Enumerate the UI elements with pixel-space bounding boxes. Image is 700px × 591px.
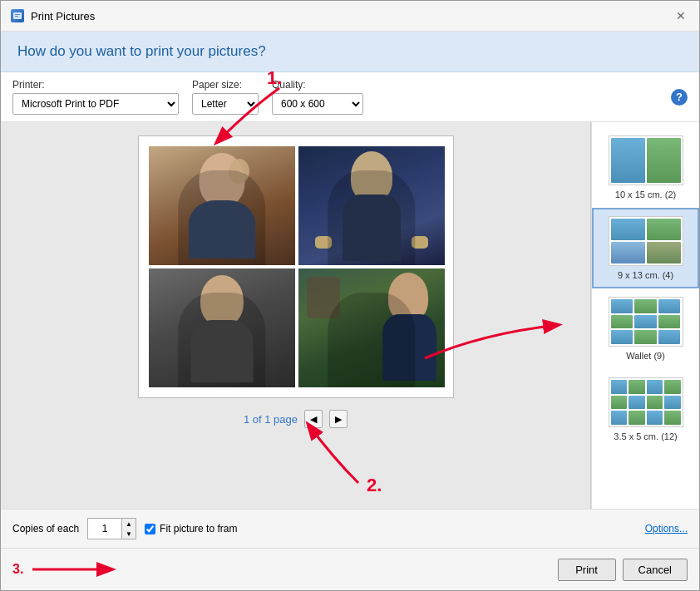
layout-sidebar: 10 x 15 cm. (2) 9 x 13 cm. (4): [591, 122, 699, 509]
thumb-cell: [629, 411, 645, 425]
thumb-cell: [647, 242, 681, 263]
layout-wallet[interactable]: Wallet (9): [592, 288, 699, 369]
layout-9x13[interactable]: 9 x 13 cm. (4): [592, 208, 699, 288]
photo-cell-1: [149, 146, 295, 265]
title-bar-left: Print Pictures: [11, 9, 95, 22]
thumb-cell: [658, 330, 681, 344]
thumb-cell: [611, 380, 628, 394]
annotation-3: 3.: [12, 557, 128, 582]
layout-wallet-label: Wallet (9): [626, 351, 665, 361]
photo-cell-4: [298, 268, 445, 387]
thumb-cell: [634, 299, 657, 313]
thumb-cell: [647, 411, 663, 425]
app-icon: [11, 9, 24, 22]
thumb-cell: [664, 411, 681, 425]
header-question: How do you want to print your pictures?: [17, 43, 683, 60]
controls-row: Printer: Microsoft Print to PDF Microsof…: [1, 72, 699, 122]
thumb-cell: [611, 138, 645, 183]
thumb-cell: [611, 330, 633, 344]
fit-checkbox[interactable]: [145, 524, 155, 534]
printer-label: Printer:: [12, 79, 179, 91]
photo-grid: [149, 146, 445, 387]
photo-grid-container: [138, 135, 454, 398]
annotation-3-arrow: [28, 557, 128, 582]
printer-select[interactable]: Microsoft Print to PDF Microsoft XPS Doc…: [12, 93, 179, 115]
bottom-bar: Copies of each ▲ ▼ Fit picture to fram O…: [1, 509, 699, 548]
copies-up-button[interactable]: ▲: [122, 519, 136, 529]
layout-9x13-label: 9 x 13 cm. (4): [618, 270, 673, 280]
thumb-cell: [664, 396, 681, 410]
fit-label: Fit picture to fram: [160, 523, 237, 534]
thumb-cell: [634, 315, 657, 329]
quality-select[interactable]: 600 x 600 300 x 300 150 x 150: [272, 93, 363, 115]
thumb-cell: [611, 411, 628, 425]
layout-wallet-thumb: [609, 297, 683, 347]
copies-down-button[interactable]: ▼: [122, 529, 136, 539]
close-button[interactable]: ✕: [673, 7, 689, 24]
quality-group: Quality: 600 x 600 300 x 300 150 x 150: [272, 79, 363, 115]
copies-spinner: ▲ ▼: [121, 519, 136, 539]
thumb-cell: [647, 138, 681, 183]
photo-cell-3: [149, 268, 295, 387]
layout-small-label: 3.5 x 5 cm. (12): [614, 431, 677, 441]
layout-10x15[interactable]: 10 x 15 cm. (2): [592, 127, 699, 208]
paper-select[interactable]: Letter A4 4x6: [192, 93, 259, 115]
copies-label: Copies of each: [12, 523, 79, 534]
copies-input-group: ▲ ▼: [87, 518, 136, 539]
preview-area: 1 of 1 page ◀ ▶: [1, 122, 591, 509]
thumb-cell: [647, 380, 663, 394]
paper-group: Paper size: Letter A4 4x6: [192, 79, 259, 115]
thumb-cell: [658, 315, 681, 329]
header-banner: How do you want to print your pictures?: [1, 32, 699, 72]
layout-small-thumb: [609, 377, 683, 427]
options-link[interactable]: Options...: [645, 523, 688, 534]
thumb-cell: [611, 315, 633, 329]
thumb-cell: [647, 219, 681, 240]
printer-group: Printer: Microsoft Print to PDF Microsof…: [12, 79, 179, 115]
svg-rect-1: [15, 14, 20, 15]
next-page-button[interactable]: ▶: [329, 410, 348, 428]
thumb-cell: [611, 242, 645, 263]
thumb-cell: [658, 299, 681, 313]
layout-10x15-thumb: [609, 135, 683, 185]
page-indicator: 1 of 1 page: [244, 413, 298, 426]
quality-label: Quality:: [272, 79, 363, 91]
title-bar: Print Pictures ✕: [1, 1, 699, 32]
thumb-cell: [629, 380, 645, 394]
page-navigation: 1 of 1 page ◀ ▶: [244, 410, 348, 428]
thumb-cell: [634, 330, 657, 344]
thumb-cell: [611, 396, 628, 410]
annotation-3-label: 3.: [12, 562, 23, 577]
thumb-cell: [664, 380, 681, 394]
help-button[interactable]: ?: [671, 89, 688, 106]
svg-rect-2: [15, 16, 18, 17]
thumb-cell: [647, 396, 663, 410]
layout-10x15-label: 10 x 15 cm. (2): [615, 190, 676, 199]
dialog-title: Print Pictures: [31, 10, 95, 22]
action-bar: 3. Print Cancel: [1, 548, 699, 590]
layout-small[interactable]: 3.5 x 5 cm. (12): [592, 369, 699, 450]
prev-page-button[interactable]: ◀: [304, 410, 323, 428]
photo-cell-2: [298, 146, 445, 265]
thumb-cell: [629, 396, 645, 410]
copies-input[interactable]: [88, 519, 121, 539]
thumb-cell: [611, 299, 633, 313]
fit-checkbox-label[interactable]: Fit picture to fram: [145, 523, 237, 534]
cancel-button[interactable]: Cancel: [623, 559, 688, 581]
main-content: 1 of 1 page ◀ ▶ 10 x 15 cm. (2): [1, 122, 699, 509]
layout-9x13-thumb: [609, 216, 683, 266]
paper-label: Paper size:: [192, 79, 259, 91]
print-button[interactable]: Print: [558, 559, 616, 581]
print-dialog: Print Pictures ✕ How do you want to prin…: [0, 0, 700, 591]
thumb-cell: [611, 219, 645, 240]
